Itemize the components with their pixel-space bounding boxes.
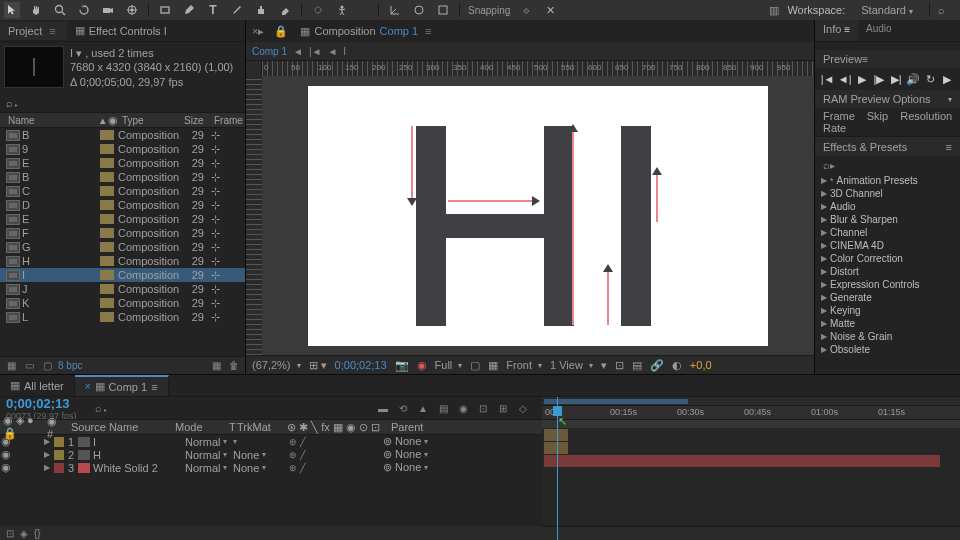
project-column-headers[interactable]: Name ▴ ◉ Type Size Frame	[0, 112, 245, 128]
effect-category[interactable]: ▶Noise & Grain	[815, 330, 960, 343]
camera-dropdown[interactable]: Front	[506, 359, 542, 371]
effect-category[interactable]: ▶Blur & Sharpen	[815, 213, 960, 226]
tl-frame-blend-icon[interactable]: ▤	[436, 401, 450, 415]
nav-next-icon[interactable]: ◄	[327, 46, 337, 57]
exposure-value[interactable]: +0,0	[690, 359, 712, 371]
effect-category[interactable]: ▶Expression Controls	[815, 278, 960, 291]
new-folder-icon[interactable]: ▢	[40, 359, 54, 373]
col-type[interactable]: Type	[122, 115, 184, 126]
prev-frame-icon[interactable]: ◄|	[838, 73, 852, 85]
resolution-dropdown[interactable]: Full	[435, 359, 463, 371]
tab-info[interactable]: Info ≡	[815, 20, 858, 41]
interpret-footage-icon[interactable]: ▦	[4, 359, 18, 373]
axis-world-icon[interactable]	[411, 2, 427, 18]
project-item[interactable]: HComposition29⊹	[0, 254, 245, 268]
toggle-in-out-icon[interactable]: {}	[34, 528, 41, 539]
delete-icon[interactable]: 🗑	[227, 359, 241, 373]
effect-category[interactable]: ▶CINEMA 4D	[815, 239, 960, 252]
axis-view-icon[interactable]	[435, 2, 451, 18]
grid-toggle-icon[interactable]: ▦	[488, 359, 498, 372]
col-name[interactable]: Name	[0, 115, 100, 126]
zoom-tool-icon[interactable]	[52, 2, 68, 18]
timeline-bars[interactable]	[542, 428, 960, 540]
axis-local-icon[interactable]	[387, 2, 403, 18]
timeline-ruler[interactable]: 00s00:15s00:30s00:45s01:00s01:15s	[542, 406, 960, 420]
loop-icon[interactable]: ↻	[923, 73, 937, 86]
project-item[interactable]: BComposition29⊹	[0, 128, 245, 142]
puppet-tool-icon[interactable]	[334, 2, 350, 18]
tl-comp-mini-icon[interactable]: ▬	[376, 401, 390, 415]
tl-motion-blur-icon[interactable]: ◉	[456, 401, 470, 415]
selection-tool-icon[interactable]	[4, 2, 20, 18]
zoom-dropdown[interactable]: (67,2%)	[252, 359, 301, 371]
type-tool-icon[interactable]: T	[205, 2, 221, 18]
help-search-icon[interactable]: ⌕	[938, 4, 956, 16]
effect-category[interactable]: ▶3D Channel	[815, 187, 960, 200]
next-frame-icon[interactable]: |▶	[872, 73, 886, 86]
pf-icon[interactable]: ▭	[22, 359, 36, 373]
effect-category[interactable]: ▶Generate	[815, 291, 960, 304]
tab-comp-1[interactable]: × ▦ Comp 1 ≡	[75, 375, 169, 396]
parent-col[interactable]: Parent	[388, 421, 448, 433]
timeline-search-icon[interactable]: ⌕▸	[95, 402, 109, 414]
roto-brush-tool-icon[interactable]	[310, 2, 326, 18]
layer-bar-2[interactable]	[544, 442, 568, 454]
ram-preview-options[interactable]: RAM Preview Options▾	[815, 90, 960, 108]
col-size[interactable]: Size	[184, 115, 214, 126]
effect-category[interactable]: ▶Matte	[815, 317, 960, 330]
project-item[interactable]: IComposition29⊹	[0, 268, 245, 282]
lock-icon[interactable]: 🔒	[270, 22, 292, 41]
project-item[interactable]: EComposition29⊹	[0, 156, 245, 170]
timeline-layer[interactable]: ◉▶1INormal▾ ▾⊛ ╱⊚ None ▾	[0, 435, 542, 448]
bpc-indicator[interactable]: 8 bpc	[58, 360, 82, 371]
tl-draft3d-icon[interactable]: ▲	[416, 401, 430, 415]
tl-brainstorm-icon[interactable]: ⊡	[476, 401, 490, 415]
effect-category[interactable]: ▶Obsolete	[815, 343, 960, 356]
snap-option-icon[interactable]: ✕	[542, 2, 558, 18]
show-channel-icon[interactable]: ◉	[417, 359, 427, 372]
project-item[interactable]: CComposition29⊹	[0, 184, 245, 198]
comp-name[interactable]: Comp 1	[252, 46, 287, 57]
project-list[interactable]: BComposition29⊹9Composition29⊹ECompositi…	[0, 128, 245, 356]
effect-category[interactable]: ▶Keying	[815, 304, 960, 317]
reset-exposure-icon[interactable]: ◐	[672, 359, 682, 372]
effects-presets-header[interactable]: Effects & Presets≡	[815, 136, 960, 156]
eraser-tool-icon[interactable]	[277, 2, 293, 18]
effect-category[interactable]: ▶Distort	[815, 265, 960, 278]
layer-marker-icon[interactable]: ×▸	[246, 22, 270, 41]
toggle-modes-icon[interactable]: ◈	[20, 528, 28, 539]
project-item[interactable]: GComposition29⊹	[0, 240, 245, 254]
toggle-switches-icon[interactable]: ⊡	[6, 528, 14, 539]
composition-viewer[interactable]	[262, 76, 814, 355]
play-icon[interactable]: ▶	[855, 73, 869, 86]
project-item[interactable]: 9Composition29⊹	[0, 142, 245, 156]
timeline-navigator[interactable]	[542, 397, 960, 406]
col-label-icon[interactable]: ◉	[108, 114, 122, 127]
tl-shy-icon[interactable]: ⟲	[396, 401, 410, 415]
timeline-layers[interactable]: ◉▶1INormal▾ ▾⊛ ╱⊚ None ▾◉▶2HNormal▾None …	[0, 435, 542, 526]
tab-composition[interactable]: ▦ Composition Comp 1 ≡	[292, 22, 442, 41]
tab-preview[interactable]: Preview ≡	[815, 50, 960, 68]
project-item[interactable]: FComposition29⊹	[0, 226, 245, 240]
timeline-layer[interactable]: ◉▶3White Solid 2Normal▾None ▾⊛ ╱⊚ None ▾	[0, 461, 542, 474]
tab-audio[interactable]: Audio	[858, 20, 900, 41]
layer-bar-1[interactable]	[544, 429, 568, 441]
effects-presets-list[interactable]: ▶* Animation Presets▶3D Channel▶Audio▶Bl…	[815, 174, 960, 374]
timeline-track-area[interactable]: 00s00:15s00:30s00:45s01:00s01:15s ↖	[542, 397, 960, 540]
tl-autokey-icon[interactable]: ◇	[516, 401, 530, 415]
project-item[interactable]: LComposition29⊹	[0, 310, 245, 324]
col-frame[interactable]: Frame	[214, 115, 244, 126]
current-time[interactable]: 0;00;02;13	[335, 359, 387, 371]
workspace-dropdown[interactable]: Standard ▾	[853, 2, 921, 18]
fast-preview-icon[interactable]: ⊡	[615, 359, 624, 372]
mode-col[interactable]: Mode	[172, 421, 226, 433]
project-item[interactable]: BComposition29⊹	[0, 170, 245, 184]
tab-effect-controls[interactable]: ▦ Effect Controls I	[67, 21, 175, 40]
rectangle-tool-icon[interactable]	[157, 2, 173, 18]
snapshot-icon[interactable]: 📷	[395, 359, 409, 372]
pan-behind-tool-icon[interactable]	[124, 2, 140, 18]
project-item[interactable]: EComposition29⊹	[0, 212, 245, 226]
pixel-aspect-icon[interactable]: ▾	[601, 359, 607, 372]
timeline-timecode[interactable]: 0;00;02;13	[6, 396, 77, 411]
effect-category[interactable]: ▶Audio	[815, 200, 960, 213]
